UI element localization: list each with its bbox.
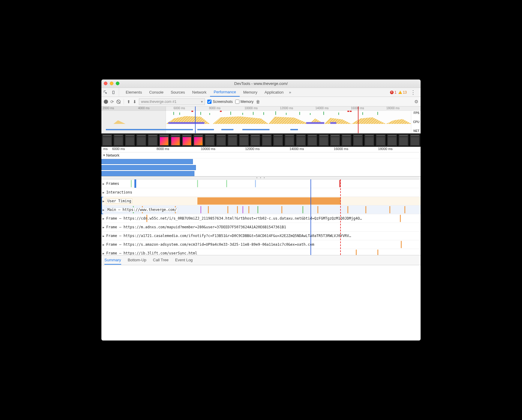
- screenshot-thumb[interactable]: [102, 134, 112, 146]
- screenshot-thumb[interactable]: [227, 134, 238, 146]
- error-count[interactable]: ✕ 1: [390, 90, 397, 94]
- overview-fps-lane: [101, 111, 412, 115]
- screenshot-thumb[interactable]: [318, 134, 329, 146]
- tab-console[interactable]: Console: [146, 88, 167, 97]
- screenshot-thumb[interactable]: [307, 134, 318, 146]
- screenshot-thumb[interactable]: [147, 134, 158, 146]
- inspect-element-icon[interactable]: [103, 90, 108, 95]
- tab-sources[interactable]: Sources: [167, 88, 189, 97]
- traffic-lights: [104, 82, 119, 85]
- screenshot-thumb[interactable]: [238, 134, 249, 146]
- pane-splitter[interactable]: • • •: [101, 176, 421, 179]
- lane-frame[interactable]: ▶Frame — https://cdn.w55c.net/i/s_0RB7U9…: [101, 214, 421, 223]
- details-tab-call-tree[interactable]: Call Tree: [153, 258, 169, 262]
- error-count-value: 1: [394, 90, 397, 94]
- lane-frame[interactable]: ▶Frame — https://a1721.casalemedia.com/i…: [101, 232, 421, 240]
- main-ruler-tick: 8000 ms: [155, 147, 199, 152]
- disclosure-triangle-icon[interactable]: ▶: [103, 252, 106, 255]
- device-toggle-icon[interactable]: [111, 90, 116, 95]
- screenshots-checkbox[interactable]: [207, 100, 212, 104]
- disclosure-triangle-icon[interactable]: ▶: [103, 191, 106, 194]
- screenshot-thumb[interactable]: [124, 134, 135, 146]
- tab-performance[interactable]: Performance: [210, 88, 239, 97]
- recording-name: www.theverge.com #1: [141, 100, 176, 104]
- download-icon[interactable]: ⬇: [133, 99, 136, 104]
- tab-network[interactable]: Network: [189, 88, 210, 97]
- lane-interactions[interactable]: ▶Interactions: [101, 188, 421, 197]
- main-ruler-unit: ms: [101, 147, 110, 152]
- playhead-marker[interactable]: [310, 179, 311, 255]
- screenshot-thumb[interactable]: [398, 134, 409, 146]
- screenshot-thumb[interactable]: [341, 134, 352, 146]
- screenshot-thumb[interactable]: [352, 134, 363, 146]
- disclosure-triangle-icon[interactable]: ▼: [103, 154, 106, 157]
- trash-icon[interactable]: 🗑: [256, 99, 260, 104]
- disclosure-triangle-icon[interactable]: ▶: [103, 226, 106, 229]
- window-zoom-button[interactable]: [116, 82, 119, 85]
- warning-icon: [398, 91, 402, 94]
- lane-main-thread[interactable]: ▶Main — https://www.theverge.com/: [101, 206, 421, 214]
- screenshot-thumb[interactable]: [330, 134, 340, 146]
- lane-frame[interactable]: ▶Frame — https://s.amazon-adsystem.com/e…: [101, 240, 421, 249]
- screenshot-thumb[interactable]: [296, 134, 306, 146]
- details-tab-summary[interactable]: Summary: [104, 258, 121, 265]
- reload-button[interactable]: ⟳: [110, 99, 114, 104]
- record-button[interactable]: [104, 100, 108, 104]
- screenshot-thumb[interactable]: [410, 134, 420, 146]
- screenshot-thumb[interactable]: [387, 134, 398, 146]
- screenshot-thumb[interactable]: [193, 134, 204, 146]
- settings-gear-icon[interactable]: ⚙: [414, 99, 418, 104]
- details-pane: [101, 265, 421, 341]
- ov-tick: 18000 ms: [385, 106, 421, 110]
- screenshot-thumb[interactable]: [216, 134, 226, 146]
- upload-icon[interactable]: ⬆: [127, 99, 130, 104]
- details-tab-bottom-up[interactable]: Bottom-Up: [128, 258, 146, 262]
- overview-cpu-lane: [101, 115, 412, 124]
- screenshot-thumb[interactable]: [250, 134, 261, 146]
- window-minimize-button[interactable]: [110, 82, 113, 85]
- recording-selector[interactable]: www.theverge.com #1 ▾: [139, 98, 205, 105]
- network-section-header[interactable]: ▼ Network: [101, 152, 421, 158]
- disclosure-triangle-icon[interactable]: ▶: [103, 234, 106, 238]
- screenshot-thumb[interactable]: [182, 134, 192, 146]
- memory-checkbox[interactable]: [235, 100, 239, 104]
- screenshot-thumb[interactable]: [375, 134, 386, 146]
- kebab-menu-icon[interactable]: ⋮: [409, 89, 418, 96]
- lane-frames[interactable]: ▶Frames: [101, 179, 421, 188]
- window-close-button[interactable]: [104, 82, 107, 85]
- lane-user-timing[interactable]: ▶User Timing: [101, 197, 421, 206]
- memory-toggle[interactable]: Memory: [235, 100, 254, 104]
- network-bars[interactable]: [101, 158, 421, 176]
- screenshot-filmstrip[interactable]: [101, 134, 421, 147]
- tab-memory[interactable]: Memory: [240, 88, 261, 97]
- more-tabs-chevron-icon[interactable]: »: [287, 90, 293, 94]
- clear-button[interactable]: [116, 100, 121, 104]
- overview-timeline[interactable]: 2000 ms 4000 ms 6000 ms 8000 ms 10000 ms…: [101, 106, 421, 134]
- screenshot-thumb[interactable]: [261, 134, 272, 146]
- screenshots-toggle[interactable]: Screenshots: [207, 100, 233, 104]
- overview-selection-start[interactable]: [195, 106, 196, 133]
- screenshot-thumb[interactable]: [204, 134, 215, 146]
- tab-application[interactable]: Application: [261, 88, 287, 97]
- screenshot-thumb[interactable]: [170, 134, 181, 146]
- disclosure-triangle-icon[interactable]: ▶: [103, 182, 106, 185]
- overview-selection-end[interactable]: [358, 106, 358, 133]
- screenshot-thumb[interactable]: [284, 134, 295, 146]
- memory-label: Memory: [241, 100, 254, 104]
- disclosure-triangle-icon[interactable]: ▶: [103, 217, 106, 220]
- error-icon: ✕: [390, 91, 394, 94]
- flamechart-area[interactable]: ▶Frames ▶Interactions ▶User Timing: [101, 179, 421, 255]
- screenshot-thumb[interactable]: [273, 134, 284, 146]
- lane-frame[interactable]: ▶Frame — https://m.adnxs.com/mapuid?memb…: [101, 223, 421, 232]
- screenshot-thumb[interactable]: [136, 134, 147, 146]
- screenshot-thumb[interactable]: [364, 134, 375, 146]
- warning-count[interactable]: 13: [398, 90, 407, 94]
- screenshot-thumb[interactable]: [113, 134, 124, 146]
- tab-elements[interactable]: Elements: [122, 88, 146, 97]
- disclosure-triangle-icon[interactable]: ▶: [103, 243, 106, 246]
- screenshot-thumb[interactable]: [159, 134, 170, 146]
- lane-frame[interactable]: ▶Frame — https://ib.3lift.com/userSync.h…: [101, 249, 421, 255]
- lane-label: Frame — https://cdn.w55c.net/i/s_0RB7U9m…: [106, 216, 362, 220]
- details-tab-event-log[interactable]: Event Log: [175, 258, 193, 262]
- selection-bracket: [101, 197, 103, 214]
